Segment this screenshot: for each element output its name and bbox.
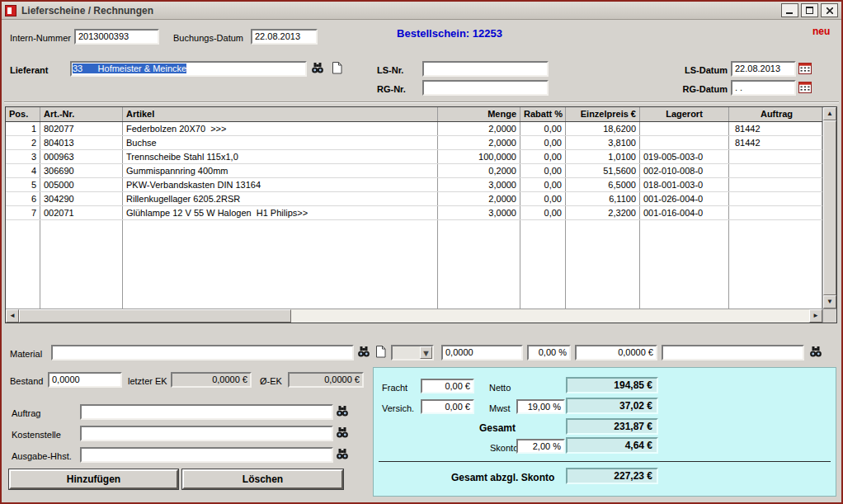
cell-lagerort: 018-001-003-0 bbox=[640, 178, 729, 191]
horizontal-scroll-thumb[interactable] bbox=[19, 309, 291, 323]
cell-auftrag bbox=[729, 150, 822, 163]
ausgabe-hhst-search-button[interactable] bbox=[335, 448, 350, 462]
col-header-pos[interactable]: Pos. bbox=[6, 107, 40, 121]
binoculars-icon bbox=[336, 405, 349, 419]
mwst-rate-field[interactable]: 19,00 % bbox=[516, 399, 565, 414]
material-preis-field[interactable]: 0,0000 € bbox=[575, 345, 657, 360]
ausgabe-hhst-field[interactable] bbox=[80, 447, 333, 463]
rg-nr-label: RG-Nr. bbox=[377, 83, 406, 95]
cell-artnr: 304290 bbox=[40, 192, 123, 205]
lieferant-selected-text: 33 Hofmeister & Meincke bbox=[73, 64, 186, 73]
lieferant-field[interactable]: 33 Hofmeister & Meincke bbox=[70, 61, 307, 77]
scroll-down-button[interactable]: ▼ bbox=[823, 295, 836, 309]
vertical-scroll-thumb[interactable] bbox=[823, 120, 836, 295]
fracht-field[interactable]: 0,00 € bbox=[421, 379, 474, 393]
intern-nummer-field[interactable]: 2013000393 bbox=[74, 29, 159, 45]
maximize-icon bbox=[806, 6, 813, 16]
empty-column bbox=[6, 220, 40, 309]
kostenstelle-search-button[interactable] bbox=[335, 426, 350, 440]
loeschen-button[interactable]: Löschen bbox=[182, 469, 343, 489]
gesamt-label: Gesamt bbox=[479, 422, 516, 434]
horizontal-scroll-trough[interactable] bbox=[291, 309, 809, 323]
material-new-document-button[interactable] bbox=[373, 346, 388, 360]
auftrag-search-button[interactable] bbox=[335, 405, 350, 419]
rg-datum-calendar-button[interactable] bbox=[798, 81, 812, 95]
table-row[interactable]: 7002071Glühlampe 12 V 55 W Halogen H1 Ph… bbox=[6, 206, 822, 220]
table-row[interactable]: 5005000PKW-Verbandskasten DIN 131643,000… bbox=[6, 178, 822, 192]
cell-auftrag: 81442 bbox=[729, 122, 822, 135]
arrow-up-icon: ▲ bbox=[827, 111, 833, 117]
scroll-right-button[interactable]: ► bbox=[809, 309, 822, 323]
table-row[interactable]: 3000963Trennscheibe Stahl 115x1,0100,000… bbox=[6, 150, 822, 164]
buchungs-datum-field[interactable]: 22.08.2013 bbox=[251, 29, 318, 45]
rg-datum-field[interactable]: . . bbox=[731, 80, 796, 96]
document-icon bbox=[332, 62, 342, 76]
cell-einzelpreis: 1,0100 bbox=[566, 150, 640, 163]
cell-artnr: 005000 bbox=[40, 178, 123, 191]
rg-nr-field[interactable] bbox=[422, 80, 549, 96]
binoculars-icon bbox=[336, 426, 349, 440]
lieferant-search-button[interactable] bbox=[310, 62, 325, 76]
cell-auftrag bbox=[729, 164, 822, 177]
col-header-rabatt[interactable]: Rabatt % bbox=[520, 107, 566, 121]
scroll-left-button[interactable]: ◄ bbox=[6, 309, 19, 323]
material-menge-field[interactable]: 0,0000 bbox=[441, 345, 523, 360]
auftrag-label: Auftrag bbox=[12, 407, 40, 419]
arrow-right-icon: ► bbox=[812, 313, 819, 319]
material-zusatz-field[interactable] bbox=[662, 345, 804, 360]
minimize-icon bbox=[786, 6, 794, 16]
material-unit-select[interactable]: ▼ bbox=[391, 345, 434, 360]
skonto-rate-field[interactable]: 2,00 % bbox=[516, 439, 565, 454]
bestellschein-title: Bestellschein: 12253 bbox=[359, 28, 540, 40]
calendar-icon bbox=[798, 81, 812, 95]
material-field[interactable] bbox=[51, 345, 354, 360]
table-row[interactable]: 1802077Federbolzen 20X70 >>>2,00000,0018… bbox=[6, 122, 822, 136]
buchungs-datum-label: Buchungs-Datum bbox=[173, 32, 243, 44]
bestand-field[interactable]: 0,0000 bbox=[48, 372, 122, 388]
horizontal-scrollbar[interactable]: ◄ ► bbox=[6, 309, 822, 323]
col-header-menge[interactable]: Menge bbox=[438, 107, 520, 121]
close-button[interactable] bbox=[821, 3, 838, 17]
col-header-auftrag[interactable]: Auftrag bbox=[729, 107, 822, 121]
col-header-lagerort[interactable]: Lagerort bbox=[640, 107, 729, 121]
maximize-button[interactable] bbox=[801, 3, 818, 17]
cell-menge: 100,0000 bbox=[438, 150, 520, 163]
ls-datum-calendar-button[interactable] bbox=[798, 62, 812, 76]
table-row[interactable]: 2804013Buchse2,00000,003,810081442 bbox=[6, 136, 822, 150]
table-row[interactable]: 6304290Rillenkugellager 6205.2RSR2,00000… bbox=[6, 192, 822, 206]
col-header-artnr[interactable]: Art.-Nr. bbox=[40, 107, 123, 121]
versich-label: Versich. bbox=[382, 403, 414, 414]
versich-field[interactable]: 0,00 € bbox=[421, 399, 474, 414]
kostenstelle-field[interactable] bbox=[80, 426, 333, 441]
table-row[interactable]: 4306690Gummispannring 400mm0,20000,0051,… bbox=[6, 164, 822, 178]
netto-label: Netto bbox=[489, 382, 511, 393]
table-rows-container: 1802077Federbolzen 20X70 >>>2,00000,0018… bbox=[6, 122, 822, 220]
hinzufuegen-button[interactable]: Hinzufügen bbox=[9, 469, 178, 489]
material-search-button[interactable] bbox=[356, 346, 371, 360]
title-bar[interactable]: Lieferscheine / Rechnungen bbox=[2, 2, 841, 20]
gesamt-value: 231,87 € bbox=[566, 418, 658, 435]
ls-nr-field[interactable] bbox=[422, 61, 549, 77]
material-rabatt-field[interactable]: 0,00 % bbox=[527, 345, 571, 360]
calendar-icon bbox=[798, 62, 812, 76]
col-header-artikel[interactable]: Artikel bbox=[123, 107, 438, 121]
empty-column bbox=[40, 220, 123, 309]
ls-datum-field[interactable]: 22.08.2013 bbox=[731, 61, 796, 77]
status-badge: neu bbox=[812, 26, 830, 37]
col-header-einzelpreis[interactable]: Einzelpreis € bbox=[566, 107, 640, 121]
cell-lagerort: 019-005-003-0 bbox=[640, 150, 729, 163]
minimize-button[interactable] bbox=[781, 3, 798, 17]
cell-auftrag: 81442 bbox=[729, 136, 822, 149]
gesamt-abzgl-skonto-label: Gesamt abzgl. Skonto bbox=[451, 472, 554, 483]
cell-lagerort: 001-026-004-0 bbox=[640, 192, 729, 205]
auftrag-field[interactable] bbox=[80, 404, 333, 420]
cell-pos: 6 bbox=[6, 192, 40, 205]
chevron-down-icon: ▼ bbox=[420, 346, 432, 359]
material-zusatz-search-button[interactable] bbox=[808, 346, 823, 360]
cell-rabatt: 0,00 bbox=[520, 206, 566, 219]
lieferant-new-document-button[interactable] bbox=[329, 62, 344, 76]
cell-rabatt: 0,00 bbox=[520, 136, 566, 149]
cell-menge: 3,0000 bbox=[438, 178, 520, 191]
scroll-up-button[interactable]: ▲ bbox=[823, 107, 836, 120]
vertical-scrollbar[interactable]: ▲ ▼ bbox=[822, 107, 836, 309]
